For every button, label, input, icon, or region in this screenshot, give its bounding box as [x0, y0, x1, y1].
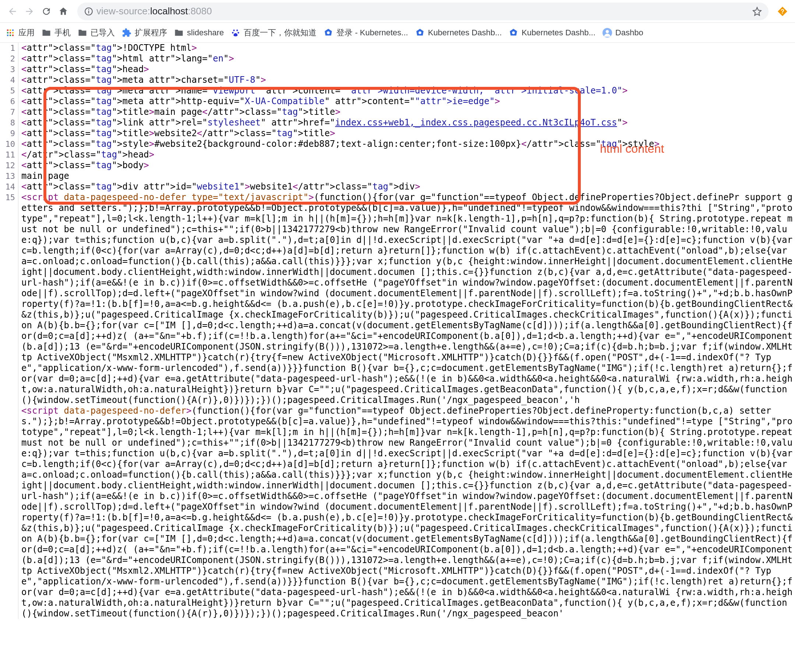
url-text: view-source:localhost:8080: [96, 5, 212, 17]
avatar-icon: [602, 27, 613, 38]
svg-rect-11: [10, 35, 11, 36]
home-button[interactable]: [56, 4, 71, 19]
line-number: 4: [0, 75, 15, 85]
kubernetes-icon: [415, 27, 425, 38]
svg-rect-1: [88, 10, 89, 13]
line-number: 7: [0, 107, 15, 117]
line-number: 3: [0, 64, 15, 75]
line-number: 10: [0, 139, 15, 149]
bookmark-baidu[interactable]: 百度一下，你就知道: [230, 27, 317, 38]
folder-icon: [77, 27, 88, 38]
svg-point-20: [606, 30, 609, 33]
line-number: 12: [0, 160, 15, 171]
bookmark-label: 应用: [18, 27, 35, 38]
bookmark-label: 百度一下，你就知道: [244, 27, 317, 38]
svg-point-18: [512, 31, 515, 34]
puzzle-icon: [122, 27, 132, 38]
svg-point-14: [327, 31, 330, 34]
annotation-label: html content: [600, 142, 664, 156]
apps-grid-icon: [5, 27, 16, 38]
bookmark-label: Dashbo: [615, 28, 643, 38]
reload-button[interactable]: [39, 4, 54, 19]
bookmark-folder[interactable]: slideshare: [174, 27, 224, 38]
line-number: 13: [0, 171, 15, 181]
svg-rect-5: [10, 29, 11, 31]
svg-rect-10: [7, 35, 8, 36]
bookmark-label: 已导入: [91, 27, 115, 38]
svg-rect-9: [12, 32, 14, 34]
svg-rect-8: [10, 32, 11, 34]
svg-rect-12: [12, 35, 14, 36]
line-number: 14: [0, 181, 15, 192]
svg-text:?: ?: [781, 8, 784, 14]
apps-shortcut[interactable]: 应用: [5, 27, 35, 38]
browser-toolbar: view-source:localhost:8080 ?: [0, 0, 795, 23]
paw-icon: [230, 27, 241, 38]
bookmark-label: slideshare: [187, 28, 224, 38]
bookmark-folder[interactable]: 手机: [41, 27, 71, 38]
bookmark-dashboard[interactable]: Dashbo: [602, 27, 643, 38]
line-number: 9: [0, 128, 15, 139]
line-number-gutter: 1 2 3 4 5 6 7 8 9 10 11 12 13 14 15: [0, 43, 18, 619]
address-bar[interactable]: view-source:localhost:8080: [77, 3, 768, 20]
info-icon[interactable]: [84, 6, 93, 16]
line-number: 8: [0, 117, 15, 128]
reload-icon: [41, 6, 51, 16]
source-code[interactable]: <attr">class="tag">!DOCTYPE html><attr">…: [18, 43, 795, 619]
line-number: 1: [0, 43, 15, 53]
svg-rect-6: [12, 29, 14, 31]
bookmark-label: Kubernetes Dashb...: [428, 28, 502, 38]
line-number: 5: [0, 85, 15, 96]
arrow-right-icon: [24, 6, 35, 16]
help-button[interactable]: ?: [775, 4, 790, 19]
kubernetes-icon: [508, 27, 518, 38]
home-icon: [58, 6, 69, 16]
bookmark-label: 扩展程序: [135, 27, 167, 38]
bookmark-k8s-dash2[interactable]: Kubernetes Dashb...: [508, 27, 595, 38]
svg-rect-4: [7, 29, 8, 31]
bookmark-label: 手机: [54, 27, 71, 38]
bookmark-label: Kubernetes Dashb...: [521, 28, 595, 38]
bookmark-folder[interactable]: 已导入: [77, 27, 115, 38]
folder-icon: [174, 27, 184, 38]
bookmark-extensions[interactable]: 扩展程序: [122, 27, 167, 38]
kubernetes-icon: [323, 27, 333, 38]
bookmark-k8s-login[interactable]: 登录 - Kubernetes...: [323, 27, 408, 38]
line-number: 11: [0, 149, 15, 160]
svg-rect-2: [88, 9, 89, 10]
line-number: 15: [0, 192, 15, 203]
diamond-question-icon: ?: [777, 6, 788, 16]
bookmarks-bar: 应用 手机 已导入 扩展程序 slideshare 百度一下，你就知道 登录 -…: [0, 23, 795, 43]
forward-button[interactable]: [22, 4, 37, 19]
line-number: 6: [0, 96, 15, 107]
star-icon[interactable]: [752, 6, 762, 16]
svg-rect-7: [7, 32, 8, 34]
bookmark-label: 登录 - Kubernetes...: [336, 27, 408, 38]
back-button[interactable]: [5, 4, 20, 19]
bookmark-k8s-dash1[interactable]: Kubernetes Dashb...: [415, 27, 502, 38]
line-number: 2: [0, 53, 15, 64]
arrow-left-icon: [7, 6, 18, 16]
view-source-content: 1 2 3 4 5 6 7 8 9 10 11 12 13 14 15 <att…: [0, 43, 795, 619]
svg-point-16: [419, 31, 421, 34]
folder-icon: [41, 27, 51, 38]
